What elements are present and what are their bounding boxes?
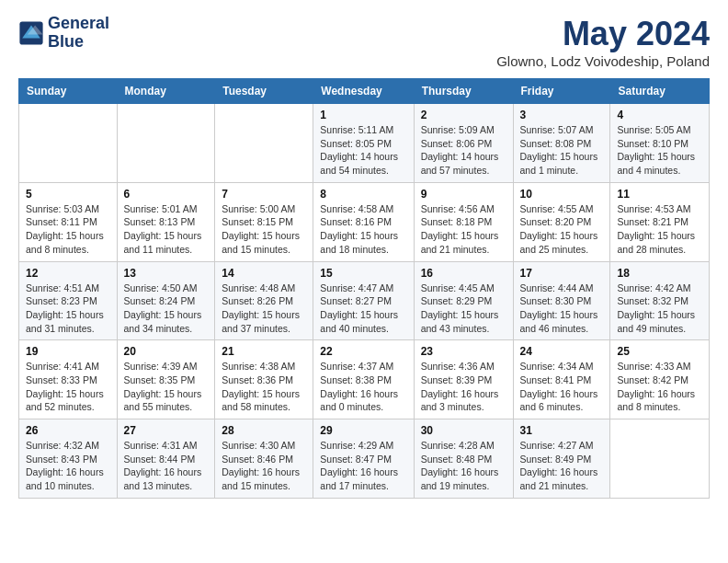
day-info: Sunrise: 4:41 AMSunset: 8:33 PMDaylight:…	[26, 360, 110, 414]
day-number: 12	[26, 267, 110, 280]
day-info: Sunrise: 4:30 AMSunset: 8:46 PMDaylight:…	[222, 439, 306, 493]
day-number: 15	[320, 267, 406, 280]
day-number: 5	[26, 188, 110, 201]
day-number: 9	[421, 188, 506, 201]
calendar-cell: 11Sunrise: 4:53 AMSunset: 8:21 PMDayligh…	[610, 182, 710, 261]
day-info: Sunrise: 5:00 AMSunset: 8:15 PMDaylight:…	[222, 202, 306, 257]
day-info: Sunrise: 4:36 AMSunset: 8:39 PMDaylight:…	[421, 360, 506, 414]
calendar-cell	[215, 104, 313, 183]
day-number: 14	[222, 267, 306, 280]
calendar-cell: 24Sunrise: 4:34 AMSunset: 8:41 PMDayligh…	[513, 340, 610, 419]
day-header-thursday: Thursday	[414, 79, 513, 104]
page-header: General Blue May 2024 Glowno, Lodz Voivo…	[18, 15, 710, 69]
calendar-cell	[117, 104, 215, 183]
day-info: Sunrise: 4:39 AMSunset: 8:35 PMDaylight:…	[124, 360, 209, 414]
calendar-cell: 9Sunrise: 4:56 AMSunset: 8:18 PMDaylight…	[414, 182, 513, 261]
calendar-cell: 15Sunrise: 4:47 AMSunset: 8:27 PMDayligh…	[313, 261, 414, 340]
calendar-cell: 21Sunrise: 4:38 AMSunset: 8:36 PMDayligh…	[215, 340, 313, 419]
day-number: 8	[320, 188, 406, 201]
calendar-week-5: 26Sunrise: 4:32 AMSunset: 8:43 PMDayligh…	[19, 419, 710, 499]
calendar-cell: 3Sunrise: 5:07 AMSunset: 8:08 PMDaylight…	[513, 104, 610, 183]
day-info: Sunrise: 4:37 AMSunset: 8:38 PMDaylight:…	[320, 360, 406, 414]
calendar-cell: 30Sunrise: 4:28 AMSunset: 8:48 PMDayligh…	[414, 419, 513, 499]
calendar-week-2: 5Sunrise: 5:03 AMSunset: 8:11 PMDaylight…	[19, 182, 710, 261]
day-number: 11	[617, 188, 702, 201]
day-info: Sunrise: 4:55 AMSunset: 8:20 PMDaylight:…	[520, 202, 604, 257]
calendar-cell: 2Sunrise: 5:09 AMSunset: 8:06 PMDaylight…	[414, 104, 513, 183]
calendar-body: 1Sunrise: 5:11 AMSunset: 8:05 PMDaylight…	[19, 104, 710, 499]
day-info: Sunrise: 5:11 AMSunset: 8:05 PMDaylight:…	[320, 123, 406, 178]
calendar-cell: 6Sunrise: 5:01 AMSunset: 8:13 PMDaylight…	[117, 182, 215, 261]
day-number: 19	[26, 345, 110, 358]
day-number: 3	[520, 109, 604, 121]
calendar-cell: 22Sunrise: 4:37 AMSunset: 8:38 PMDayligh…	[313, 340, 414, 419]
day-number: 17	[520, 267, 604, 280]
calendar-cell: 31Sunrise: 4:27 AMSunset: 8:49 PMDayligh…	[513, 419, 610, 499]
calendar-cell: 7Sunrise: 5:00 AMSunset: 8:15 PMDaylight…	[215, 182, 313, 261]
day-number: 16	[421, 267, 506, 280]
day-info: Sunrise: 4:33 AMSunset: 8:42 PMDaylight:…	[617, 360, 702, 414]
day-number: 21	[222, 345, 306, 358]
calendar-cell: 10Sunrise: 4:55 AMSunset: 8:20 PMDayligh…	[513, 182, 610, 261]
day-header-wednesday: Wednesday	[313, 79, 414, 104]
calendar-cell: 1Sunrise: 5:11 AMSunset: 8:05 PMDaylight…	[313, 104, 414, 183]
day-info: Sunrise: 4:45 AMSunset: 8:29 PMDaylight:…	[421, 282, 506, 336]
calendar-week-4: 19Sunrise: 4:41 AMSunset: 8:33 PMDayligh…	[19, 340, 710, 419]
day-info: Sunrise: 4:32 AMSunset: 8:43 PMDaylight:…	[26, 439, 110, 493]
day-info: Sunrise: 4:53 AMSunset: 8:21 PMDaylight:…	[617, 202, 702, 257]
calendar-week-3: 12Sunrise: 4:51 AMSunset: 8:23 PMDayligh…	[19, 261, 710, 340]
day-info: Sunrise: 4:44 AMSunset: 8:30 PMDaylight:…	[520, 282, 604, 336]
calendar-cell: 5Sunrise: 5:03 AMSunset: 8:11 PMDaylight…	[19, 182, 118, 261]
day-info: Sunrise: 4:27 AMSunset: 8:49 PMDaylight:…	[520, 439, 604, 493]
day-info: Sunrise: 4:42 AMSunset: 8:32 PMDaylight:…	[617, 282, 702, 336]
day-info: Sunrise: 5:01 AMSunset: 8:13 PMDaylight:…	[124, 202, 209, 257]
calendar-cell: 26Sunrise: 4:32 AMSunset: 8:43 PMDayligh…	[19, 419, 118, 499]
calendar-cell: 27Sunrise: 4:31 AMSunset: 8:44 PMDayligh…	[117, 419, 215, 499]
calendar-cell: 18Sunrise: 4:42 AMSunset: 8:32 PMDayligh…	[610, 261, 710, 340]
calendar-cell: 16Sunrise: 4:45 AMSunset: 8:29 PMDayligh…	[414, 261, 513, 340]
day-info: Sunrise: 4:51 AMSunset: 8:23 PMDaylight:…	[26, 282, 110, 336]
calendar-week-1: 1Sunrise: 5:11 AMSunset: 8:05 PMDaylight…	[19, 104, 710, 183]
calendar-cell: 19Sunrise: 4:41 AMSunset: 8:33 PMDayligh…	[19, 340, 118, 419]
day-number: 10	[520, 188, 604, 201]
day-number: 24	[520, 345, 604, 358]
calendar-cell: 23Sunrise: 4:36 AMSunset: 8:39 PMDayligh…	[414, 340, 513, 419]
day-number: 7	[222, 188, 306, 201]
day-number: 18	[617, 267, 702, 280]
day-info: Sunrise: 5:05 AMSunset: 8:10 PMDaylight:…	[617, 123, 702, 178]
day-number: 22	[320, 345, 406, 358]
day-number: 30	[421, 424, 506, 437]
day-header-friday: Friday	[513, 79, 610, 104]
logo-icon	[18, 20, 44, 46]
day-info: Sunrise: 4:28 AMSunset: 8:48 PMDaylight:…	[421, 439, 506, 493]
day-info: Sunrise: 5:07 AMSunset: 8:08 PMDaylight:…	[520, 123, 604, 178]
calendar-cell	[610, 419, 710, 499]
calendar-cell: 20Sunrise: 4:39 AMSunset: 8:35 PMDayligh…	[117, 340, 215, 419]
day-info: Sunrise: 4:47 AMSunset: 8:27 PMDaylight:…	[320, 282, 406, 336]
location: Glowno, Lodz Voivodeship, Poland	[496, 53, 710, 69]
calendar-cell: 14Sunrise: 4:48 AMSunset: 8:26 PMDayligh…	[215, 261, 313, 340]
day-info: Sunrise: 4:29 AMSunset: 8:47 PMDaylight:…	[320, 439, 406, 493]
day-info: Sunrise: 5:03 AMSunset: 8:11 PMDaylight:…	[26, 202, 110, 257]
calendar-cell: 25Sunrise: 4:33 AMSunset: 8:42 PMDayligh…	[610, 340, 710, 419]
month-title: May 2024	[496, 15, 710, 53]
day-number: 31	[520, 424, 604, 437]
day-header-sunday: Sunday	[19, 79, 118, 104]
calendar-header-row: SundayMondayTuesdayWednesdayThursdayFrid…	[19, 79, 710, 104]
day-info: Sunrise: 4:58 AMSunset: 8:16 PMDaylight:…	[320, 202, 406, 257]
day-number: 1	[320, 109, 406, 121]
day-number: 13	[124, 267, 209, 280]
day-number: 28	[222, 424, 306, 437]
day-info: Sunrise: 4:38 AMSunset: 8:36 PMDaylight:…	[222, 360, 306, 414]
day-info: Sunrise: 4:48 AMSunset: 8:26 PMDaylight:…	[222, 282, 306, 336]
day-number: 6	[124, 188, 209, 201]
day-header-tuesday: Tuesday	[215, 79, 313, 104]
day-number: 29	[320, 424, 406, 437]
calendar-cell: 17Sunrise: 4:44 AMSunset: 8:30 PMDayligh…	[513, 261, 610, 340]
day-number: 4	[617, 109, 702, 121]
day-info: Sunrise: 5:09 AMSunset: 8:06 PMDaylight:…	[421, 123, 506, 178]
logo-text: General Blue	[48, 15, 109, 52]
day-info: Sunrise: 4:56 AMSunset: 8:18 PMDaylight:…	[421, 202, 506, 257]
calendar-cell: 12Sunrise: 4:51 AMSunset: 8:23 PMDayligh…	[19, 261, 118, 340]
day-number: 25	[617, 345, 702, 358]
